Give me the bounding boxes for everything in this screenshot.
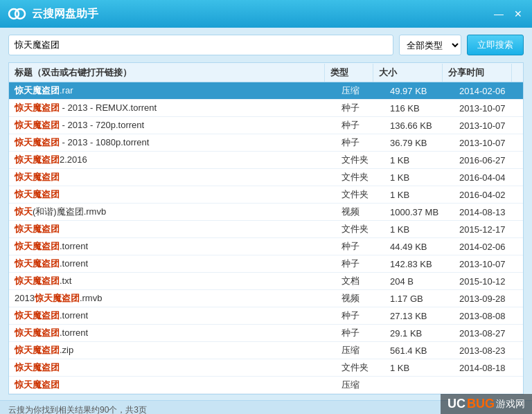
table-row[interactable]: 惊天魔盗团文件夹1 KB2014-08-18	[9, 359, 523, 377]
cell-type: 种子	[336, 134, 384, 151]
minimize-button[interactable]: —	[492, 8, 506, 19]
search-bar: 全部类型 视频 音乐 图片 文档 压缩 种子 文件夹 立即搜索	[8, 35, 524, 55]
cell-size: 27.13 KB	[384, 309, 454, 323]
header-type: 类型	[325, 64, 373, 82]
svg-point-1	[15, 9, 25, 19]
cell-date: 2014-08-13	[454, 205, 523, 219]
table-row[interactable]: 惊天魔盗团压缩	[9, 377, 523, 394]
cell-date: 2014-08-18	[454, 361, 523, 375]
cell-date: 2013-10-07	[454, 257, 523, 271]
results-table: 标题（双击或右键打开链接） 类型 大小 分享时间 惊天魔盗团.rar压缩49.9…	[8, 62, 524, 395]
cell-date: 2013-10-07	[454, 101, 523, 116]
cell-size: 116 KB	[384, 101, 454, 116]
header-size: 大小	[373, 64, 443, 82]
cell-date: 2016-04-04	[454, 170, 523, 185]
cell-date	[454, 383, 523, 387]
cell-date: 2013-10-07	[454, 118, 523, 133]
cell-date: 2013-08-08	[454, 309, 523, 323]
cell-size: 1 KB	[384, 361, 454, 375]
cell-type: 视频	[336, 290, 384, 307]
cell-title: 惊天魔盗团 - 2013 - 1080p.torrent	[9, 134, 336, 151]
cell-type: 文件夹	[336, 221, 384, 237]
search-input[interactable]	[8, 35, 393, 55]
cell-size: 1.17 GB	[384, 291, 454, 306]
table-row[interactable]: 惊天魔盗团 - 2013 - 1080p.torrent种子36.79 KB20…	[9, 134, 523, 152]
table-row[interactable]: 惊天魔盗团 - 2013 - 720p.torrent种子136.66 KB20…	[9, 117, 523, 134]
cell-size: 1 KB	[384, 170, 454, 185]
type-select[interactable]: 全部类型 视频 音乐 图片 文档 压缩 种子 文件夹	[399, 35, 461, 55]
cell-date: 2014-02-06	[454, 240, 523, 254]
cell-size: 49.97 KB	[384, 84, 454, 98]
table-row[interactable]: 惊天(和谐)魔盗团.rmvb视频1000.37 MB2014-08-13	[9, 204, 523, 221]
table-row[interactable]: 惊天魔盗团.torrent种子27.13 KB2013-08-08	[9, 307, 523, 325]
cell-title: 惊天魔盗团2.2016	[9, 152, 336, 168]
watermark: UC BUG 游戏网	[441, 394, 532, 414]
table-row[interactable]: 惊天魔盗团.torrent种子29.1 KB2013-08-27	[9, 325, 523, 342]
cell-type: 压缩	[336, 342, 384, 359]
table-row[interactable]: 惊天魔盗团.rar压缩49.97 KB2014-02-06	[9, 82, 523, 100]
table-row[interactable]: 惊天魔盗团文件夹1 KB2016-04-02	[9, 186, 523, 204]
cell-title: 2013惊天魔盗团.rmvb	[9, 290, 336, 307]
table-row[interactable]: 惊天魔盗团 - 2013 - REMUX.torrent种子116 KB2013…	[9, 100, 523, 117]
cell-type: 视频	[336, 204, 384, 220]
status-text: 云搜为你找到相关结果约90个，共3页	[8, 405, 147, 414]
cell-type: 种子	[336, 325, 384, 341]
cell-size: 29.1 KB	[384, 326, 454, 341]
app-title: 云搜网盘助手	[32, 7, 492, 21]
cell-type: 种子	[336, 255, 384, 272]
cell-type: 种子	[336, 117, 384, 134]
watermark-uc: UC	[447, 397, 466, 411]
cell-type: 文件夹	[336, 186, 384, 203]
cell-size: 561.4 KB	[384, 343, 454, 358]
cell-type: 文件夹	[336, 152, 384, 168]
header-title: 标题（双击或右键打开链接）	[9, 64, 325, 82]
table-row[interactable]: 惊天魔盗团.zip压缩561.4 KB2013-08-23	[9, 342, 523, 359]
cell-date: 2013-08-23	[454, 343, 523, 358]
table-row[interactable]: 惊天魔盗团.txt文档204 B2015-10-12	[9, 273, 523, 290]
header-date: 分享时间	[443, 64, 512, 82]
table-row[interactable]: 惊天魔盗团文件夹1 KB2015-12-17	[9, 221, 523, 238]
cell-size: 1 KB	[384, 188, 454, 202]
watermark-bug: BUG	[467, 397, 495, 411]
cell-size: 1 KB	[384, 153, 454, 168]
cell-type: 文档	[336, 273, 384, 289]
cell-title: 惊天魔盗团	[9, 221, 336, 237]
cell-date: 2016-06-27	[454, 153, 523, 168]
cell-type: 文件夹	[336, 359, 384, 376]
cell-title: 惊天魔盗团	[9, 186, 336, 203]
table-body[interactable]: 惊天魔盗团.rar压缩49.97 KB2014-02-06惊天魔盗团 - 201…	[9, 82, 523, 394]
cell-date: 2014-02-06	[454, 84, 523, 98]
table-row[interactable]: 惊天魔盗团.torrent种子142.83 KB2013-10-07	[9, 255, 523, 273]
cell-size: 142.83 KB	[384, 257, 454, 271]
cell-size: 136.66 KB	[384, 118, 454, 133]
search-button[interactable]: 立即搜索	[467, 35, 524, 55]
cell-title: 惊天魔盗团	[9, 359, 336, 376]
cell-type: 压缩	[336, 377, 384, 393]
cell-date: 2013-10-07	[454, 136, 523, 150]
cell-size	[384, 383, 454, 387]
cell-title: 惊天魔盗团	[9, 169, 336, 186]
cell-title: 惊天魔盗团.torrent	[9, 307, 336, 324]
cell-date: 2015-10-12	[454, 274, 523, 289]
app-logo-icon	[7, 4, 26, 24]
table-row[interactable]: 惊天魔盗团.torrent种子44.49 KB2014-02-06	[9, 238, 523, 255]
cell-title: 惊天魔盗团 - 2013 - REMUX.torrent	[9, 100, 336, 116]
close-button[interactable]: ✕	[511, 8, 525, 19]
cell-title: 惊天魔盗团	[9, 377, 336, 393]
cell-type: 种子	[336, 238, 384, 255]
cell-title: 惊天(和谐)魔盗团.rmvb	[9, 204, 336, 220]
cell-size: 44.49 KB	[384, 240, 454, 254]
table-row[interactable]: 惊天魔盗团文件夹1 KB2016-04-04	[9, 169, 523, 186]
cell-title: 惊天魔盗团.torrent	[9, 255, 336, 272]
title-bar: 云搜网盘助手 — ✕	[0, 0, 532, 28]
cell-type: 种子	[336, 307, 384, 324]
window-controls: — ✕	[492, 8, 525, 19]
cell-type: 压缩	[336, 82, 384, 99]
cell-title: 惊天魔盗团.rar	[9, 82, 336, 99]
cell-size: 204 B	[384, 274, 454, 289]
cell-title: 惊天魔盗团.zip	[9, 342, 336, 359]
table-header: 标题（双击或右键打开链接） 类型 大小 分享时间	[9, 63, 523, 82]
cell-size: 1 KB	[384, 222, 454, 237]
table-row[interactable]: 2013惊天魔盗团.rmvb视频1.17 GB2013-09-28	[9, 290, 523, 307]
table-row[interactable]: 惊天魔盗团2.2016文件夹1 KB2016-06-27	[9, 152, 523, 169]
